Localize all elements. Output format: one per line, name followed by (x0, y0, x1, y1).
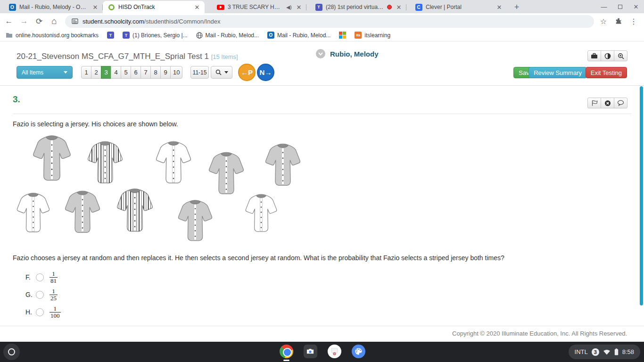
bookmark-teams[interactable]: T (107, 32, 114, 39)
new-tab-button[interactable]: + (511, 1, 523, 13)
home-icon[interactable]: ⌂ (48, 15, 60, 27)
forward-icon[interactable]: → (18, 15, 30, 27)
reload-icon[interactable]: ⟳ (33, 15, 45, 27)
bookmark-label: Mail - Rubio, Melod... (206, 32, 259, 39)
bookmark-briones[interactable]: T(1) Briones, Sergio |... (123, 32, 188, 39)
question-nav-10[interactable]: 10 (170, 66, 182, 79)
jersey-white (155, 138, 192, 187)
question-divider (13, 114, 631, 114)
close-icon[interactable]: ✕ (91, 3, 99, 11)
next-question-button[interactable]: N→ (257, 64, 274, 81)
back-icon[interactable]: ← (3, 15, 15, 27)
status-tray[interactable]: INTL 3 8:58 (569, 345, 640, 359)
address-bar[interactable]: student.schoolcity.com/studenthisd/Commo… (65, 15, 594, 28)
flag-icon (591, 100, 598, 106)
question-number: 3. (13, 94, 20, 105)
toolbox-button[interactable] (587, 50, 601, 61)
tab-hisd-ontrack[interactable]: HISD OnTrack ✕ (103, 1, 205, 13)
question-nav-7[interactable]: 7 (140, 66, 151, 79)
wifi-icon (603, 349, 611, 355)
comment-icon (617, 100, 624, 106)
all-items-dropdown[interactable]: All Items (17, 66, 73, 79)
test-title-text: 20-21_Stevenson MS_CFA_G7_MTH_E_Sprial T… (17, 52, 209, 61)
fraction-numerator: 1 (50, 288, 58, 295)
fraction-numerator: 1 (50, 271, 58, 277)
bookmark-label: (1) Briones, Sergio |... (132, 32, 188, 39)
bookmark-microsoft[interactable] (339, 32, 346, 39)
tab-separator (306, 4, 306, 10)
close-icon[interactable]: ✕ (193, 3, 201, 11)
theme-app-button[interactable] (352, 345, 365, 358)
exit-testing-button[interactable]: Exit Testing (586, 67, 627, 78)
canvas-icon (328, 345, 341, 358)
menu-icon[interactable]: ⋮ (628, 16, 639, 27)
student-menu[interactable]: Rubio, Melody (316, 49, 379, 58)
close-icon[interactable]: ✕ (495, 3, 503, 11)
teams-icon: T (315, 3, 322, 11)
flag-question-button[interactable] (587, 98, 601, 108)
magnify-button[interactable] (614, 50, 627, 61)
maximize-button[interactable] (617, 3, 623, 10)
bookmark-mail-globe[interactable]: Mail - Rubio, Melod... (196, 32, 259, 39)
choice-h-radio[interactable] (36, 308, 44, 316)
fraction-numerator: 1 (50, 305, 61, 312)
globe-icon (196, 32, 203, 39)
choice-f-radio[interactable] (36, 273, 44, 281)
chevron-down-icon[interactable] (316, 49, 325, 58)
bookmark-itslearning[interactable]: itsitslearning (355, 32, 390, 39)
question-number-nav: 1 2 3 4 5 6 7 8 9 10 (81, 66, 182, 79)
notification-badge: 3 (592, 348, 599, 356)
minimize-button[interactable]: — (601, 3, 607, 10)
question-nav-6[interactable]: 6 (131, 66, 141, 79)
jersey-gray (32, 133, 72, 183)
contrast-icon (604, 53, 611, 59)
jersey-grid (13, 132, 307, 249)
clever-icon: C (415, 3, 422, 11)
eliminate-choice-button[interactable] (601, 98, 614, 108)
question-nav-3-active[interactable]: 3 (101, 66, 111, 79)
jersey-gray (207, 149, 245, 198)
tab-outlook[interactable]: O Mail - Rubio, Melody - Outlook ✕ (4, 1, 103, 13)
bookmark-star-icon[interactable]: ☆ (598, 16, 609, 27)
question-nav-9[interactable]: 9 (160, 66, 171, 79)
jersey-gray (64, 188, 101, 237)
search-questions-dropdown[interactable] (211, 66, 232, 79)
choice-fraction: 125 (50, 288, 58, 301)
bookmark-folder[interactable]: online.houstonisd.org bookmarks (6, 32, 99, 39)
close-icon[interactable]: ✕ (395, 3, 403, 11)
canvas-app-button[interactable] (328, 345, 341, 358)
tab-teams-meeting[interactable]: T (28) 1st period virtual meet ✕ (310, 1, 406, 13)
prev-label: P (248, 68, 253, 76)
question-nav-4[interactable]: 4 (111, 66, 121, 79)
question-nav-8[interactable]: 8 (150, 66, 161, 79)
question-range-button[interactable]: 11-15 (190, 66, 209, 79)
launcher-button[interactable] (3, 344, 20, 360)
choice-g: G. 125 (25, 288, 61, 301)
question-nav-1[interactable]: 1 (81, 66, 91, 79)
tab-clever[interactable]: C Clever | Portal ✕ (410, 1, 507, 13)
choice-g-radio[interactable] (36, 291, 44, 299)
page-scrollbar[interactable] (640, 86, 643, 305)
contrast-button[interactable] (601, 50, 614, 61)
question-area: 3. Fazio is selecting a jersey. His choi… (0, 85, 644, 321)
arrow-right-icon: → (264, 68, 272, 76)
close-window-button[interactable]: ✕ (633, 3, 639, 10)
test-header: 20-21_Stevenson MS_CFA_G7_MTH_E_Sprial T… (0, 42, 644, 85)
fraction-denominator: 25 (50, 295, 58, 302)
question-nav-2[interactable]: 2 (91, 66, 101, 79)
close-icon[interactable]: ✕ (295, 3, 303, 11)
comment-button[interactable] (614, 98, 627, 108)
tab-title: HISD OnTrack (118, 4, 190, 10)
extensions-icon[interactable] (613, 16, 624, 27)
site-info-icon[interactable] (72, 18, 78, 25)
audio-playing-icon[interactable]: ◀) (286, 4, 292, 10)
tab-youtube[interactable]: 3 TRUE SCARY HOTEL STOR ◀) ✕ (212, 1, 306, 13)
camera-app-button[interactable] (304, 345, 317, 358)
question-nav-5[interactable]: 5 (121, 66, 131, 79)
tab-title: 3 TRUE SCARY HOTEL STOR (228, 4, 283, 10)
url-text[interactable]: student.schoolcity.com/studenthisd/Commo… (83, 18, 220, 25)
previous-question-button[interactable]: ←P (238, 64, 256, 81)
review-summary-button[interactable]: Review Summary (528, 67, 587, 78)
bookmark-mail-outlook[interactable]: OMail - Rubio, Melod... (267, 32, 330, 39)
chrome-app-button[interactable] (280, 345, 293, 358)
